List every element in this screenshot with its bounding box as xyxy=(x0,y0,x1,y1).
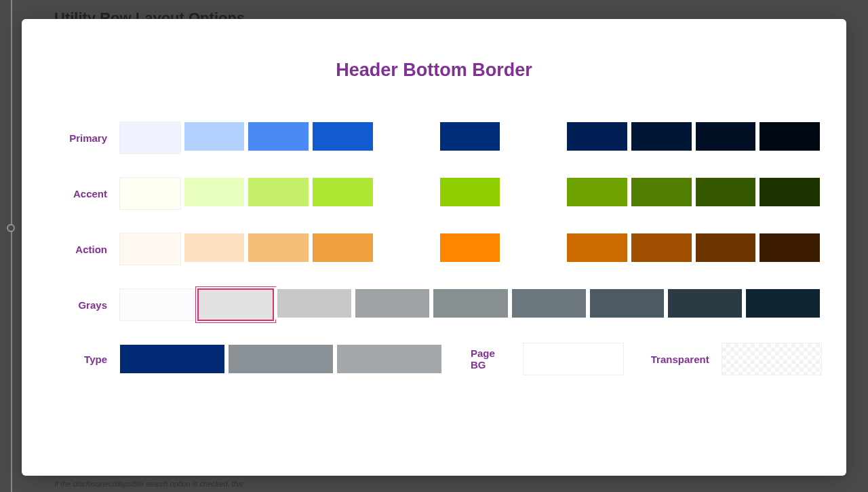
row-label: Grays xyxy=(46,299,118,311)
swatch[interactable] xyxy=(438,231,502,264)
swatch[interactable] xyxy=(246,231,311,264)
type-swatch[interactable] xyxy=(226,343,335,375)
swatch[interactable] xyxy=(311,120,375,153)
swatch[interactable] xyxy=(275,287,353,320)
swatch[interactable] xyxy=(438,120,502,153)
swatch-group xyxy=(118,287,822,322)
swatch[interactable] xyxy=(694,120,758,153)
swatch[interactable] xyxy=(376,233,437,265)
swatch[interactable] xyxy=(565,176,629,208)
swatch[interactable] xyxy=(246,176,311,208)
row-label: Accent xyxy=(46,188,118,200)
swatch[interactable] xyxy=(629,231,694,264)
swatch[interactable] xyxy=(503,121,564,154)
label-page-bg: Page BG xyxy=(443,347,523,371)
swatch[interactable] xyxy=(744,287,822,320)
label-transparent: Transparent xyxy=(624,354,722,365)
doc-border xyxy=(11,0,12,492)
swatch[interactable] xyxy=(182,231,247,264)
swatch[interactable] xyxy=(588,287,666,320)
swatch[interactable] xyxy=(311,176,375,208)
swatch[interactable] xyxy=(438,176,502,208)
color-row: Grays xyxy=(46,287,822,322)
type-swatches xyxy=(118,343,443,375)
color-row: Primary xyxy=(46,120,822,155)
bottom-row: Type Page BG Transparent xyxy=(46,343,822,375)
swatch[interactable] xyxy=(565,231,629,264)
bg-note: If the disclosure/collapsible search opt… xyxy=(54,480,243,488)
swatch[interactable] xyxy=(510,287,588,320)
swatch[interactable] xyxy=(376,121,437,154)
swatch-page-bg[interactable] xyxy=(523,343,623,375)
swatch-group xyxy=(118,231,822,267)
swatch[interactable] xyxy=(119,233,181,265)
swatch[interactable] xyxy=(757,120,822,153)
swatch[interactable] xyxy=(246,120,311,153)
swatch[interactable] xyxy=(182,176,247,208)
swatch[interactable] xyxy=(757,176,822,208)
swatch-group xyxy=(118,176,822,211)
row-label: Primary xyxy=(46,132,118,144)
swatch[interactable] xyxy=(311,231,375,264)
color-row: Accent xyxy=(46,176,822,211)
swatch[interactable] xyxy=(119,288,195,321)
swatch[interactable] xyxy=(694,231,758,264)
swatch[interactable] xyxy=(503,233,564,265)
swatch[interactable] xyxy=(694,176,758,208)
color-row: Action xyxy=(46,231,822,267)
swatch[interactable] xyxy=(503,177,564,210)
swatch[interactable] xyxy=(197,288,274,321)
swatch[interactable] xyxy=(431,287,509,320)
swatch[interactable] xyxy=(182,120,247,153)
swatch[interactable] xyxy=(353,287,431,320)
swatch[interactable] xyxy=(119,177,181,210)
row-label-type: Type xyxy=(46,354,118,365)
modal-title: Header Bottom Border xyxy=(46,60,822,81)
type-swatch[interactable] xyxy=(335,343,443,375)
swatch[interactable] xyxy=(119,121,181,154)
row-label: Action xyxy=(46,244,118,255)
doc-handle xyxy=(7,224,15,232)
swatch-group xyxy=(118,120,822,155)
swatch[interactable] xyxy=(565,120,629,153)
swatch[interactable] xyxy=(629,176,694,208)
swatch[interactable] xyxy=(757,231,822,264)
swatch[interactable] xyxy=(666,287,744,320)
type-swatch[interactable] xyxy=(118,343,226,375)
swatch[interactable] xyxy=(376,177,437,210)
swatch-transparent[interactable] xyxy=(722,343,822,375)
color-picker-modal: Header Bottom Border PrimaryAccentAction… xyxy=(22,19,846,476)
swatch[interactable] xyxy=(629,120,694,153)
